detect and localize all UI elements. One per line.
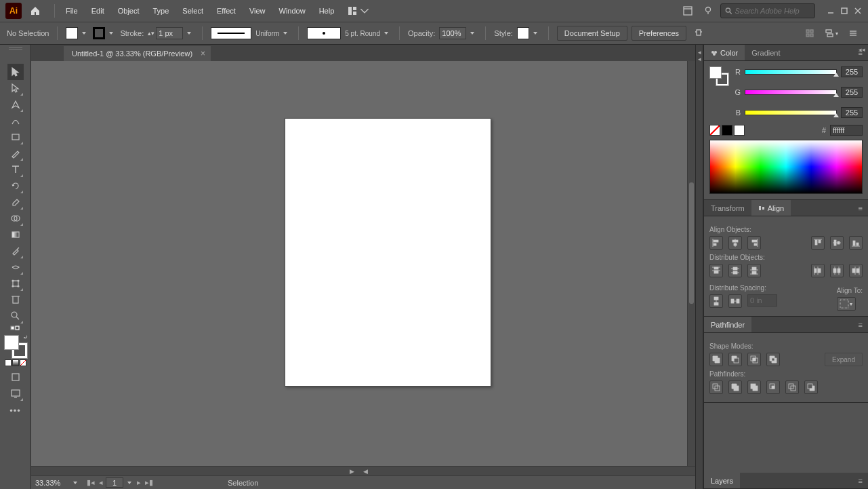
color-mode-row[interactable] (5, 359, 26, 366)
align-top-icon[interactable] (811, 236, 825, 250)
paintbrush-tool[interactable] (7, 145, 24, 161)
stroke-swatch[interactable] (93, 27, 105, 39)
rectangle-tool[interactable] (7, 129, 24, 145)
presentation-icon[interactable] (690, 25, 707, 41)
stroke-dd[interactable] (109, 32, 113, 35)
tab-transform[interactable]: Transform (704, 200, 751, 216)
align-left-icon[interactable] (709, 236, 723, 250)
align-to-dd[interactable]: ▾ (837, 297, 856, 311)
fill-dd[interactable] (82, 32, 86, 35)
outline-icon[interactable] (785, 380, 799, 394)
tab-pathfinder[interactable]: Pathfinder (704, 317, 751, 332)
color-spectrum[interactable] (709, 140, 863, 194)
dist-left-icon[interactable] (811, 264, 825, 277)
preferences-button[interactable]: Preferences (632, 26, 686, 41)
g-input[interactable] (841, 87, 863, 98)
fill-stroke-selector[interactable]: ⤾ (4, 335, 27, 358)
expand-button[interactable]: Expand (825, 353, 863, 366)
align-panel-icon[interactable] (802, 25, 818, 41)
panel-fill-stroke[interactable] (709, 66, 728, 85)
menu-file[interactable]: File (59, 1, 85, 20)
close-button[interactable] (853, 6, 863, 16)
eyedropper-tool[interactable] (7, 243, 24, 259)
menu-edit[interactable]: Edit (85, 1, 111, 20)
dist-hcenter-icon[interactable] (830, 264, 844, 277)
panel-menu-icon[interactable] (845, 25, 861, 41)
dist-space-v-icon[interactable] (709, 294, 723, 308)
pen-tool[interactable] (7, 96, 24, 113)
dist-bottom-icon[interactable] (747, 264, 761, 277)
first-artboard-icon[interactable]: ▮◂ (85, 478, 96, 487)
dist-right-icon[interactable] (849, 264, 863, 277)
document-setup-button[interactable]: Document Setup (557, 26, 627, 41)
screen-mode-icon[interactable] (7, 385, 24, 402)
fill-stroke-toggle-icon[interactable] (7, 324, 24, 332)
width-tool[interactable] (7, 259, 24, 275)
tab-color[interactable]: Color (704, 45, 745, 60)
b-input[interactable] (841, 107, 863, 118)
intersect-icon[interactable] (747, 353, 761, 366)
layers-panel-menu-icon[interactable]: ≡ (853, 477, 868, 485)
edit-toolbar-icon[interactable]: ••• (9, 406, 21, 416)
merge-icon[interactable] (747, 380, 761, 394)
pathfinder-panel-menu-icon[interactable]: ≡ (853, 321, 868, 329)
crop-icon[interactable] (766, 380, 780, 394)
align-bottom-icon[interactable] (849, 236, 863, 250)
r-slider[interactable] (745, 69, 837, 75)
brush-definition[interactable] (307, 27, 341, 39)
maximize-button[interactable] (840, 6, 849, 16)
help-search[interactable] (720, 3, 815, 18)
menu-view[interactable]: View (243, 1, 272, 20)
menu-effect[interactable]: Effect (210, 1, 243, 20)
shape-builder-tool[interactable] (7, 210, 24, 227)
zoom-tool[interactable] (7, 308, 24, 324)
b-slider[interactable] (745, 110, 837, 115)
artboard-num-input[interactable] (106, 477, 123, 488)
dist-space-h-icon[interactable] (728, 294, 742, 308)
dist-top-icon[interactable] (709, 264, 723, 277)
hint-icon[interactable] (700, 3, 716, 19)
menu-type[interactable]: Type (146, 1, 176, 20)
prev-artboard-icon[interactable]: ◂ (98, 478, 104, 487)
last-artboard-icon[interactable]: ▸▮ (144, 478, 154, 487)
align-panel-menu-icon[interactable]: ≡ (853, 204, 868, 212)
minus-front-icon[interactable] (728, 353, 742, 366)
hex-input[interactable] (830, 125, 863, 136)
help-search-input[interactable] (735, 7, 810, 15)
home-icon[interactable] (27, 3, 43, 19)
direct-selection-tool[interactable] (7, 80, 24, 96)
exclude-icon[interactable] (766, 353, 780, 366)
workspace-switcher[interactable] (348, 6, 369, 16)
trim-icon[interactable] (728, 380, 742, 394)
arrange-docs-icon[interactable] (680, 3, 696, 19)
opacity-input[interactable] (439, 27, 466, 39)
artboard-tool[interactable] (7, 292, 24, 308)
panel-dock-collapse[interactable]: ◂◂ (695, 45, 703, 489)
align-hcenter-icon[interactable] (728, 236, 742, 250)
canvas-area[interactable]: Untitled-1 @ 33.33% (RGB/Preview) × ▸▸ ▶… (31, 45, 695, 489)
curvature-tool[interactable] (7, 113, 24, 129)
document-tab[interactable]: Untitled-1 @ 33.33% (RGB/Preview) × (64, 46, 211, 61)
spacing-input[interactable] (747, 294, 777, 307)
align-right-icon[interactable] (747, 236, 761, 250)
menu-object[interactable]: Object (111, 1, 146, 20)
dist-vcenter-icon[interactable] (728, 264, 742, 277)
tools-grip[interactable] (5, 47, 26, 52)
style-swatch[interactable] (517, 27, 529, 39)
free-transform-tool[interactable] (7, 275, 24, 292)
next-artboard-icon[interactable]: ▸ (136, 478, 142, 487)
minimize-button[interactable] (826, 6, 835, 16)
panel-expand-icon[interactable]: ◂◂ (859, 46, 865, 53)
menu-help[interactable]: Help (312, 1, 342, 20)
minus-back-icon[interactable] (804, 380, 818, 394)
tab-layers[interactable]: Layers (704, 473, 740, 488)
transform-panel-icon[interactable]: ▾ (823, 25, 840, 41)
gradient-tool[interactable] (7, 227, 24, 243)
menu-select[interactable]: Select (175, 1, 210, 20)
stroke-profile[interactable] (211, 27, 251, 39)
rotate-tool[interactable] (7, 178, 24, 194)
artboard[interactable] (285, 118, 491, 387)
swap-fill-stroke-icon[interactable]: ⤾ (23, 334, 28, 340)
selection-tool[interactable] (7, 64, 24, 80)
fill-swatch[interactable] (66, 27, 78, 39)
